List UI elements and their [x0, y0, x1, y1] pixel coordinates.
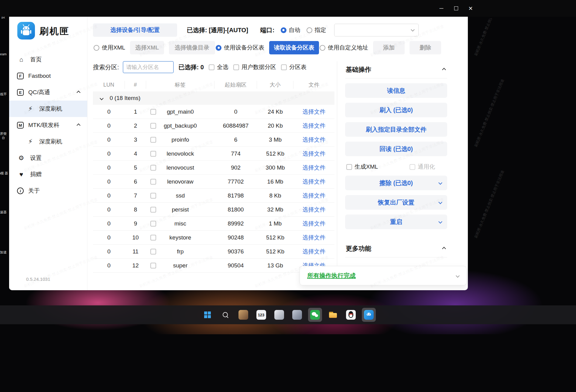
row-checkbox[interactable]: [150, 123, 156, 129]
flash-box-app-icon[interactable]: [362, 308, 376, 322]
table-row: 0 11 frp 90376 512 Kb 选择文件: [93, 245, 334, 259]
desktop-icon-6[interactable]: 加道: [0, 249, 9, 254]
sidebar-item-deep-flash-5[interactable]: ⚡ 深度刷机: [9, 133, 87, 150]
file-explorer-icon[interactable]: [326, 308, 340, 322]
chevron-up-icon: [442, 247, 446, 251]
sidebar-item-deep-flash-3[interactable]: ⚡ 深度刷机: [9, 101, 87, 117]
search-icon[interactable]: [218, 308, 232, 322]
table-row: 0 10 keystore 90248 512 Kb 选择文件: [93, 231, 334, 245]
choose-file-link[interactable]: 选择文件: [303, 192, 326, 199]
partition-group-row[interactable]: 0 (18 Items): [93, 91, 334, 105]
select-image-dir-button[interactable]: 选择镜像目录: [169, 41, 215, 54]
use-device-table-radio[interactable]: 使用设备分区表: [216, 44, 264, 52]
flash-directory-button[interactable]: 刷入指定目录全部文件: [345, 122, 447, 137]
table-row: 0 1 gpt_main0 0 24 Kb 选择文件: [93, 105, 334, 119]
use-custom-address-radio[interactable]: 使用自定义地址: [320, 44, 368, 52]
generate-xml-checkbox[interactable]: 生成XML: [346, 163, 378, 171]
row-checkbox[interactable]: [150, 151, 156, 156]
desktop-icon-1[interactable]: eam: [0, 51, 9, 56]
status-box[interactable]: 所有操作执行完成: [300, 266, 467, 285]
close-button[interactable]: ✕: [465, 3, 476, 14]
qq-icon[interactable]: [344, 308, 358, 322]
desktop-icon-3[interactable]: 界荣 台: [0, 131, 9, 140]
windows-start-icon[interactable]: [201, 308, 214, 322]
row-checkbox[interactable]: [150, 137, 156, 143]
desktop-icon-5[interactable]: 速器: [0, 209, 9, 214]
row-checkbox[interactable]: [150, 235, 156, 240]
row-checkbox[interactable]: [150, 207, 156, 212]
row-checkbox[interactable]: [150, 263, 156, 268]
choose-file-link[interactable]: 选择文件: [303, 234, 326, 241]
port-specify-radio[interactable]: 指定: [307, 26, 326, 34]
choose-file-link[interactable]: 选择文件: [303, 150, 326, 157]
chevron-down-icon: [456, 274, 460, 278]
select-all-checkbox[interactable]: 全选: [209, 63, 228, 71]
row-checkbox[interactable]: [150, 221, 156, 226]
read-info-button[interactable]: 读信息: [345, 83, 447, 98]
sidebar-nav: ⌂ 首页 F Fastboot E QC/高通 ⚡ 深度刷机 M MTK/联发科…: [9, 51, 87, 199]
basic-ops-header[interactable]: 基础操作: [345, 62, 447, 78]
taskbar: 123: [0, 305, 576, 324]
port-auto-radio[interactable]: 自动: [281, 26, 300, 34]
letter-f-icon: F: [17, 73, 24, 79]
donate-icon: ♥: [17, 171, 26, 178]
select-xml-button[interactable]: 选择XML: [130, 41, 164, 54]
row-checkbox[interactable]: [150, 165, 156, 170]
erase-button[interactable]: 擦除 (已选0): [345, 176, 447, 190]
choose-file-link[interactable]: 选择文件: [303, 178, 326, 185]
sidebar-item-donate[interactable]: ♥ 捐赠: [9, 166, 87, 183]
add-button[interactable]: 添加: [373, 41, 405, 54]
table-row: 0 12 super 90504 13 Gb 选择文件: [93, 259, 334, 273]
table-row: 0 8 persist 81800 32 Mb 选择文件: [93, 203, 334, 217]
maximize-button[interactable]: [451, 3, 461, 14]
sidebar-item-m[interactable]: M MTK/联发科: [9, 117, 87, 133]
choose-file-link[interactable]: 选择文件: [303, 136, 326, 143]
sidebar-item-info[interactable]: i 关于: [9, 183, 87, 199]
flash-button[interactable]: 刷入 (已选0): [345, 103, 447, 117]
row-checkbox[interactable]: [150, 179, 156, 184]
window-titlebar: ─ ✕: [0, 0, 576, 17]
panel-checkbox-row: 生成XML 通用化: [345, 163, 447, 171]
universalize-checkbox[interactable]: 通用化: [410, 163, 435, 171]
sidebar-item-home[interactable]: ⌂ 首页: [9, 51, 87, 68]
search-input[interactable]: [123, 61, 174, 73]
userdata-partition-checkbox[interactable]: 用户数据分区: [233, 63, 276, 71]
choose-file-link[interactable]: 选择文件: [303, 220, 326, 227]
port-device-select[interactable]: [334, 24, 419, 36]
table-row: 0 6 lenovoraw 77702 16 Mb 选择文件: [93, 175, 334, 189]
table-row: 0 5 lenovocust 902 300 Mb 选择文件: [93, 161, 334, 175]
more-functions-header[interactable]: 更多功能: [345, 241, 447, 257]
readback-button[interactable]: 回读 (已选0): [345, 142, 447, 156]
radio-on-icon: [281, 27, 286, 33]
choose-file-link[interactable]: 选择文件: [303, 206, 326, 213]
display-widget-icon[interactable]: [272, 308, 286, 322]
read-device-table-button[interactable]: 读取设备分区表: [269, 41, 319, 54]
sidebar-item-f[interactable]: F Fastboot: [9, 68, 87, 84]
use-xml-radio[interactable]: 使用XML: [94, 44, 125, 52]
sidebar-item-e[interactable]: E QC/高通: [9, 84, 87, 101]
edge-watermark-layer: 刷机匣-永久免费-禁止倒卖-禁止用于非法用途刷机匣-永久免费-禁止倒卖-禁止用于…: [469, 18, 576, 292]
choose-file-link[interactable]: 选择文件: [303, 108, 326, 115]
reboot-button[interactable]: 重启: [345, 215, 447, 229]
choose-file-link[interactable]: 选择文件: [303, 164, 326, 171]
actions-panel: 基础操作 读信息 刷入 (已选0) 刷入指定目录全部文件 回读 (已选0) 生成…: [337, 61, 462, 273]
maximize-icon: [454, 6, 458, 10]
select-device-button[interactable]: 选择设备/引导/配置: [93, 23, 177, 37]
input-123-icon[interactable]: 123: [254, 308, 268, 322]
row-checkbox[interactable]: [150, 249, 156, 254]
game-genshin-icon[interactable]: [236, 308, 250, 322]
game-figure-icon[interactable]: [290, 308, 304, 322]
choose-file-link[interactable]: 选择文件: [303, 248, 326, 255]
row-checkbox[interactable]: [150, 109, 156, 115]
choose-file-link[interactable]: 选择文件: [303, 122, 326, 129]
desktop-icon-4[interactable]: u模 器: [0, 170, 9, 175]
partition-table-checkbox[interactable]: 分区表: [281, 63, 307, 71]
delete-button[interactable]: 删除: [410, 41, 441, 54]
wechat-icon[interactable]: [308, 308, 322, 322]
table-header: LUN # 标签 起始扇区 大小 文件: [93, 78, 334, 91]
factory-reset-button[interactable]: 恢复出厂设置: [345, 195, 447, 210]
minimize-button[interactable]: ─: [436, 3, 447, 14]
row-checkbox[interactable]: [150, 193, 156, 198]
desktop-icon-2[interactable]: 戏平: [0, 91, 9, 96]
sidebar-item-gear[interactable]: ⚙ 设置: [9, 150, 87, 166]
